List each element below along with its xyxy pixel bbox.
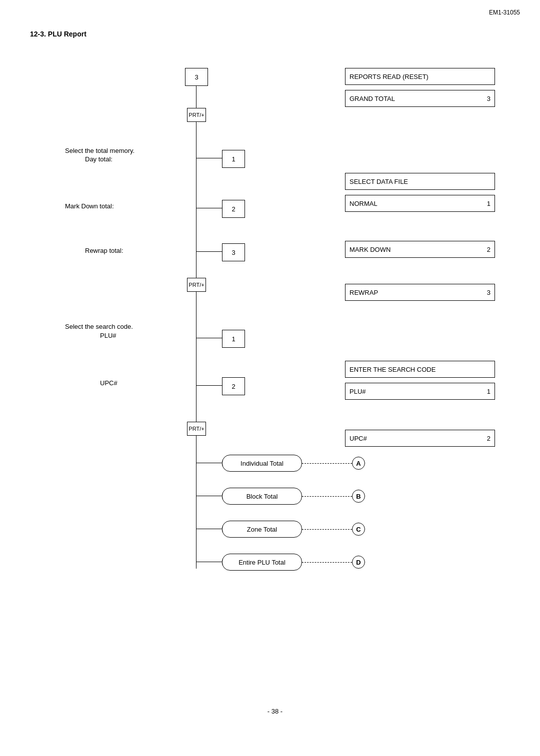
label-day-total: Day total: — [85, 155, 112, 163]
box-reports-read: REPORTS READ (RESET) — [345, 68, 495, 85]
dashed-d — [302, 562, 352, 563]
prt-box-3: PRT/+ — [187, 422, 206, 436]
doc-ref: EM1-31055 — [489, 9, 520, 16]
label-select-search: Select the search code. — [65, 323, 133, 330]
rounded-individual: Individual Total — [222, 455, 302, 472]
circle-b: B — [352, 490, 365, 503]
rounded-zone: Zone Total — [222, 521, 302, 538]
box-normal: NORMAL 1 — [345, 195, 495, 212]
rounded-entire: Entire PLU Total — [222, 554, 302, 571]
dashed-a — [302, 463, 352, 464]
num-box-3-rewrap: 3 — [222, 243, 245, 261]
hline-upc — [196, 385, 222, 386]
circle-a: A — [352, 457, 365, 470]
prt-box-2: PRT/+ — [187, 278, 206, 292]
num-box-3-top: 3 — [185, 68, 208, 86]
num-box-2-upc: 2 — [222, 377, 245, 395]
box-grand-total: GRAND TOTAL 3 — [345, 90, 495, 107]
section-title: 12-3. PLU Report — [30, 30, 520, 38]
num-box-2-markdown: 2 — [222, 200, 245, 218]
hline-day — [196, 158, 222, 158]
dashed-b — [302, 496, 352, 497]
box-plu-hash: PLU# 1 — [345, 383, 495, 400]
hline-zone — [196, 529, 222, 529]
diagram-area: 3 PRT/+ 1 2 3 PRT/+ — [35, 53, 515, 693]
hline-entire — [196, 562, 222, 562]
label-select-total: Select the total memory. — [65, 147, 134, 154]
rounded-block: Block Total — [222, 488, 302, 505]
box-mark-down: MARK DOWN 2 — [345, 241, 495, 258]
page-number: - 38 - — [30, 708, 520, 715]
label-markdown-total: Mark Down total: — [65, 202, 114, 210]
circle-c: C — [352, 523, 365, 536]
vline-1 — [196, 86, 196, 108]
circle-d: D — [352, 556, 365, 569]
num-box-1-plu: 1 — [222, 330, 245, 348]
hline-block — [196, 496, 222, 496]
vline-rounded-connector — [196, 456, 196, 569]
vline-from-prt3 — [196, 436, 196, 456]
box-select-data-file: SELECT DATA FILE — [345, 173, 495, 190]
num-box-1-day: 1 — [222, 150, 245, 168]
box-rewrap: REWRAP 3 — [345, 284, 495, 301]
label-rewrap-total: Rewrap total: — [85, 247, 124, 254]
vline-branch-2 — [196, 292, 196, 397]
hline-plu — [196, 338, 222, 338]
hline-rewrap — [196, 251, 222, 252]
vline-branch-1 — [196, 122, 196, 252]
prt-box-1: PRT/+ — [187, 108, 206, 122]
vline-to-prt2 — [196, 252, 196, 278]
label-plu-hash: PLU# — [100, 332, 116, 339]
label-upc-hash: UPC# — [100, 379, 118, 387]
hline-individual — [196, 463, 222, 463]
box-upc-hash: UPC# 2 — [345, 430, 495, 447]
page: EM1-31055 12-3. PLU Report 3 PRT/+ 1 2 — [0, 0, 540, 756]
dashed-c — [302, 529, 352, 530]
hline-markdown — [196, 208, 222, 208]
vline-to-prt3 — [196, 396, 196, 422]
box-enter-search: ENTER THE SEARCH CODE — [345, 361, 495, 378]
